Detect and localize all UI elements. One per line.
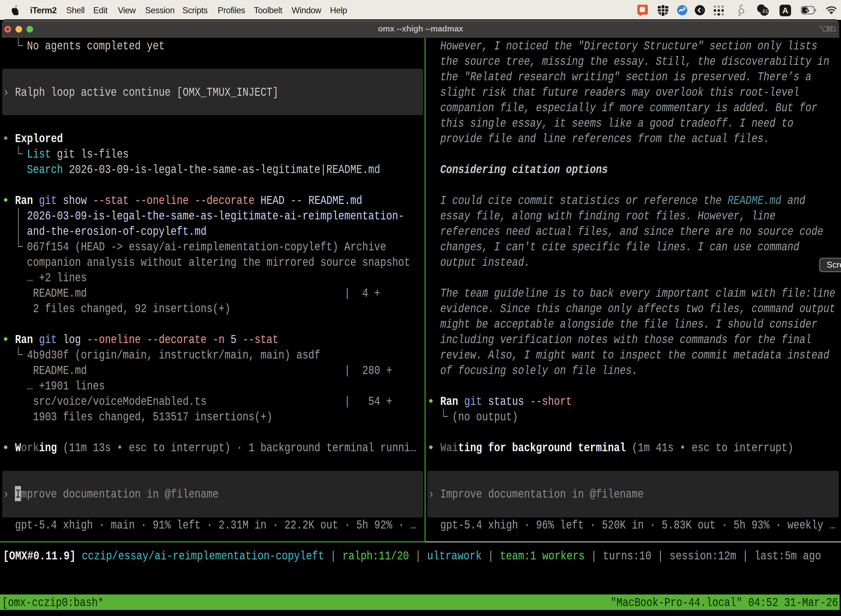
svg-text:..61: ..61 [760,9,768,14]
svg-text:1: 1 [833,25,837,33]
